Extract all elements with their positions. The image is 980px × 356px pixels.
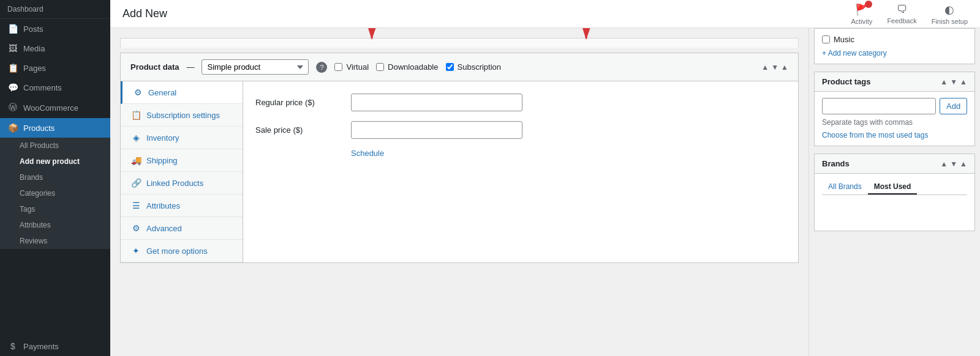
tab-advanced[interactable]: ⚙ Advanced [121, 217, 243, 240]
brands-arrow-up[interactable]: ▲ [940, 160, 948, 168]
regular-price-input[interactable] [351, 94, 522, 111]
arrow-up[interactable]: ▲ [761, 63, 769, 72]
tab-general[interactable]: ⚙ General [121, 81, 243, 104]
music-label: Music [834, 35, 854, 44]
music-checkbox[interactable] [822, 35, 830, 43]
subscription-checkbox[interactable] [446, 63, 454, 71]
sidebar-item-pages[interactable]: 📋 Pages [0, 58, 110, 78]
brands-arrow-collapse[interactable]: ▲ [960, 160, 967, 168]
products-icon: 📦 [7, 123, 18, 133]
brands-header: Brands ▲ ▼ ▲ [815, 154, 974, 174]
media-icon: 🖼 [7, 43, 18, 53]
subscription-settings-icon: 📋 [130, 110, 141, 120]
sidebar-item-categories[interactable]: Categories [0, 185, 110, 201]
sidebar-item-media-label: Media [23, 44, 45, 53]
sidebar-item-add-new-product[interactable]: Add new product [0, 154, 110, 169]
downloadable-checkbox-group: Downloadable [376, 62, 438, 72]
sidebar-item-attributes[interactable]: Attributes [0, 217, 110, 233]
tags-hint: Separate tags with commas [822, 118, 967, 127]
add-category-link[interactable]: + Add new category [822, 49, 967, 57]
virtual-label[interactable]: Virtual [346, 62, 369, 72]
regular-price-field: Regular price ($) [255, 94, 786, 111]
tags-arrow-down[interactable]: ▼ [950, 78, 957, 86]
sidebar-item-products-label: Products [23, 124, 55, 133]
advanced-icon: ⚙ [130, 223, 141, 233]
tab-subscription-settings-label: Subscription settings [146, 111, 220, 120]
choose-tags-link[interactable]: Choose from the most used tags [822, 131, 928, 139]
product-data-body: ⚙ General 📋 Subscription settings ◈ Inve… [121, 81, 798, 262]
tags-input[interactable] [822, 98, 936, 114]
finish-setup-icon: ◐ [944, 3, 954, 17]
virtual-checkbox-group: Virtual [334, 62, 369, 72]
sidebar-item-media[interactable]: 🖼 Media [0, 39, 110, 58]
get-more-options-icon: ✦ [130, 246, 141, 256]
sale-price-label: Sale price ($) [255, 125, 341, 135]
arrow-down[interactable]: ▼ [771, 63, 778, 72]
general-icon: ⚙ [132, 87, 143, 97]
brands-tab-most-used[interactable]: Most Used [868, 180, 918, 195]
tab-subscription-settings[interactable]: 📋 Subscription settings [121, 104, 243, 127]
brands-title: Brands [822, 159, 850, 168]
sidebar-item-products[interactable]: 📦 Products [0, 118, 110, 138]
activity-icon: 🚩 [855, 3, 869, 17]
dashboard-label: Dashboard [7, 5, 43, 13]
schedule-link[interactable]: Schedule [351, 149, 384, 158]
feedback-icon: 🗨 [897, 3, 908, 16]
tags-arrow-collapse[interactable]: ▲ [960, 78, 967, 86]
sidebar-item-all-products[interactable]: All Products [0, 138, 110, 154]
sidebar-item-posts-label: Posts [23, 24, 43, 34]
regular-price-label: Regular price ($) [255, 98, 341, 107]
brands-arrow-down[interactable]: ▼ [950, 160, 957, 168]
product-type-select[interactable]: Simple product Variable product Grouped … [202, 59, 309, 75]
sale-price-field: Sale price ($) [255, 121, 786, 139]
tab-shipping[interactable]: 🚚 Shipping [121, 149, 243, 172]
feedback-label: Feedback [887, 17, 916, 24]
content-area: Product data — Simple product Variable p… [110, 28, 980, 356]
tab-get-more-options[interactable]: ✦ Get more options [121, 240, 243, 262]
products-submenu: All Products Add new product Brands Cate… [0, 138, 110, 249]
help-icon[interactable]: ? [316, 62, 327, 73]
categories-body: Music + Add new category [815, 29, 974, 64]
subscription-checkbox-group: Subscription [446, 62, 502, 72]
main-area: Add New 🚩 Activity 🗨 Feedback ◐ Finish s… [110, 0, 980, 356]
downloadable-checkbox[interactable] [376, 63, 384, 71]
sidebar-item-woocommerce[interactable]: Ⓦ WooCommerce [0, 97, 110, 118]
payments-icon: $ [7, 341, 18, 351]
tab-linked-products-label: Linked Products [146, 179, 203, 188]
tab-linked-products[interactable]: 🔗 Linked Products [121, 172, 243, 195]
brands-arrows: ▲ ▼ ▲ [940, 160, 967, 168]
sidebar-item-pages-label: Pages [23, 64, 46, 73]
sidebar-item-comments[interactable]: 💬 Comments [0, 78, 110, 97]
pages-icon: 📋 [7, 63, 18, 73]
brands-panel: Brands ▲ ▼ ▲ All Brands Most Used [814, 154, 975, 231]
product-data-box: Product data — Simple product Variable p… [120, 53, 799, 263]
subscription-label[interactable]: Subscription [458, 62, 502, 72]
comments-icon: 💬 [7, 83, 18, 92]
sidebar-item-tags[interactable]: Tags [0, 201, 110, 217]
sidebar-item-posts[interactable]: 📄 Posts [0, 19, 110, 39]
finish-setup-button[interactable]: ◐ Finish setup [932, 3, 968, 25]
tab-advanced-label: Advanced [146, 224, 182, 233]
activity-label: Activity [851, 18, 873, 25]
sale-price-input[interactable] [351, 121, 522, 139]
sidebar-item-brands[interactable]: Brands [0, 169, 110, 185]
downloadable-label[interactable]: Downloadable [388, 62, 438, 72]
page-title: Add New [123, 7, 167, 20]
sidebar-item-payments[interactable]: $ Payments [0, 336, 110, 356]
schedule-link-row: Schedule [255, 149, 786, 158]
activity-button[interactable]: 🚩 Activity [851, 3, 873, 25]
arrow-collapse[interactable]: ▲ [781, 63, 788, 72]
tags-add-button[interactable]: Add [940, 98, 967, 114]
sidebar-item-reviews[interactable]: Reviews [0, 233, 110, 249]
brands-body: All Brands Most Used [815, 174, 974, 231]
sidebar-dashboard[interactable]: Dashboard [0, 0, 110, 19]
virtual-checkbox[interactable] [334, 63, 342, 71]
product-tags-body: Add Separate tags with commas Choose fro… [815, 92, 974, 146]
tab-attributes[interactable]: ☰ Attributes [121, 195, 243, 217]
tags-arrow-up[interactable]: ▲ [940, 78, 948, 86]
feedback-button[interactable]: 🗨 Feedback [887, 3, 916, 24]
tab-inventory[interactable]: ◈ Inventory [121, 127, 243, 149]
music-category: Music [822, 35, 967, 44]
brands-tab-all[interactable]: All Brands [822, 180, 868, 195]
finish-setup-label: Finish setup [932, 18, 968, 25]
